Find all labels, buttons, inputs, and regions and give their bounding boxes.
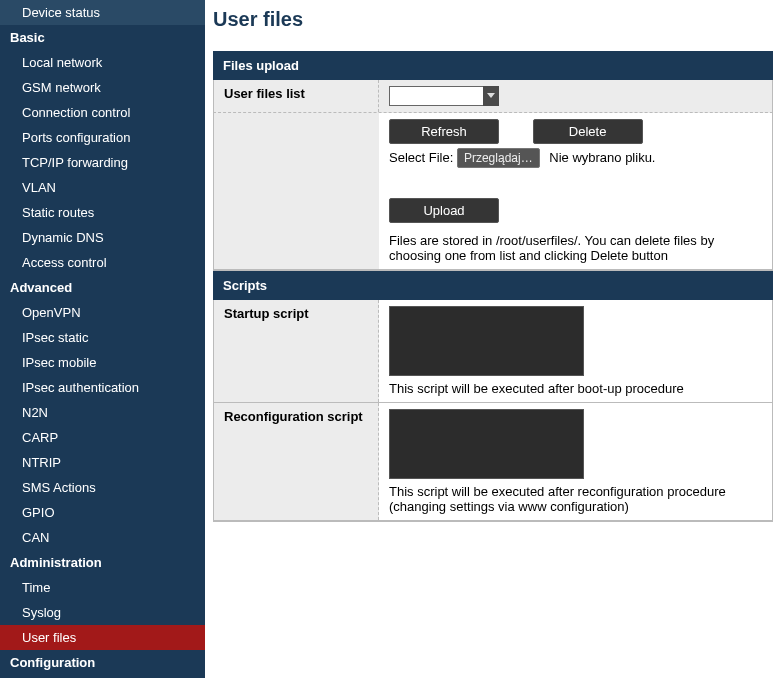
page-title: User files bbox=[213, 0, 773, 51]
reconfig-script-desc: This script will be executed after recon… bbox=[389, 484, 762, 514]
upload-info-text: Files are stored in /root/userfiles/. Yo… bbox=[389, 233, 762, 263]
sidebar-header: Basic bbox=[0, 25, 205, 50]
files-upload-header: Files upload bbox=[213, 51, 773, 80]
sidebar-item-openvpn[interactable]: OpenVPN bbox=[0, 300, 205, 325]
reconfig-script-input[interactable] bbox=[389, 409, 584, 479]
sidebar-header: Administration bbox=[0, 550, 205, 575]
sidebar-item-n2n[interactable]: N2N bbox=[0, 400, 205, 425]
sidebar-item-gpio[interactable]: GPIO bbox=[0, 500, 205, 525]
upload-button[interactable]: Upload bbox=[389, 198, 499, 223]
sidebar-item-access-control[interactable]: Access control bbox=[0, 250, 205, 275]
sidebar-item-dynamic-dns[interactable]: Dynamic DNS bbox=[0, 225, 205, 250]
sidebar-item-tcpip-forwarding[interactable]: TCP/IP forwarding bbox=[0, 150, 205, 175]
sidebar-item-ntrip[interactable]: NTRIP bbox=[0, 450, 205, 475]
user-files-select[interactable] bbox=[389, 86, 499, 106]
sidebar-item-connection-control[interactable]: Connection control bbox=[0, 100, 205, 125]
sidebar-item-can[interactable]: CAN bbox=[0, 525, 205, 550]
user-files-list-label: User files list bbox=[214, 80, 379, 112]
sidebar-item-static-routes[interactable]: Static routes bbox=[0, 200, 205, 225]
sidebar-header: Advanced bbox=[0, 275, 205, 300]
sidebar-item-time[interactable]: Time bbox=[0, 575, 205, 600]
sidebar-item-syslog[interactable]: Syslog bbox=[0, 600, 205, 625]
sidebar-header: Configuration bbox=[0, 650, 205, 675]
sidebar-item-ipsec-mobile[interactable]: IPsec mobile bbox=[0, 350, 205, 375]
delete-button[interactable]: Delete bbox=[533, 119, 643, 144]
sidebar-item-local-network[interactable]: Local network bbox=[0, 50, 205, 75]
sidebar-item-gsm-network[interactable]: GSM network bbox=[0, 75, 205, 100]
sidebar-item-user-files[interactable]: User files bbox=[0, 625, 205, 650]
sidebar-item-ipsec-auth[interactable]: IPsec authentication bbox=[0, 375, 205, 400]
browse-button[interactable]: Przeglądaj… bbox=[457, 148, 540, 168]
sidebar-item-ports-configuration[interactable]: Ports configuration bbox=[0, 125, 205, 150]
scripts-header: Scripts bbox=[213, 271, 773, 300]
main-content: User files Files upload User files list … bbox=[205, 0, 773, 678]
sidebar: Device status BasicLocal networkGSM netw… bbox=[0, 0, 205, 678]
refresh-button[interactable]: Refresh bbox=[389, 119, 499, 144]
startup-script-label: Startup script bbox=[214, 300, 379, 402]
reconfig-script-label: Reconfiguration script bbox=[214, 403, 379, 520]
select-file-label: Select File: bbox=[389, 150, 453, 165]
sidebar-item-sms-actions[interactable]: SMS Actions bbox=[0, 475, 205, 500]
sidebar-item-device-status[interactable]: Device status bbox=[0, 0, 205, 25]
sidebar-item-ipsec-static[interactable]: IPsec static bbox=[0, 325, 205, 350]
startup-script-desc: This script will be executed after boot-… bbox=[389, 381, 762, 396]
startup-script-input[interactable] bbox=[389, 306, 584, 376]
sidebar-item-carp[interactable]: CARP bbox=[0, 425, 205, 450]
sidebar-item-vlan[interactable]: VLAN bbox=[0, 175, 205, 200]
no-file-label: Nie wybrano pliku. bbox=[549, 150, 655, 165]
